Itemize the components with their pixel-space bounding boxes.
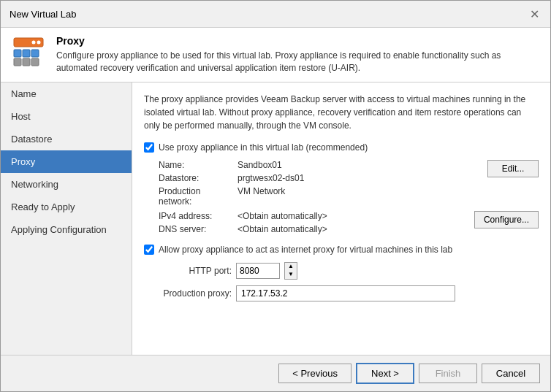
svg-point-1 — [37, 41, 41, 45]
dialog: New Virtual Lab ✕ Proxy Configure proxy — [0, 0, 551, 392]
close-button[interactable]: ✕ — [527, 7, 542, 21]
port-decrement-button[interactable]: ▼ — [285, 271, 297, 279]
port-increment-button[interactable]: ▲ — [285, 263, 297, 271]
dialog-title: New Virtual Lab — [10, 9, 77, 20]
sidebar-item-ready-to-apply[interactable]: Ready to Apply — [1, 196, 132, 218]
ipv4-value: <Obtain automatically> — [238, 211, 468, 221]
dns-value: <Obtain automatically> — [238, 224, 468, 234]
sidebar-item-applying-configuration[interactable]: Applying Configuration — [1, 218, 132, 241]
port-spinner: ▲ ▼ — [284, 262, 297, 280]
production-proxy-row: Production proxy: — [159, 285, 539, 301]
allow-proxy-section: Allow proxy appliance to act as internet… — [144, 245, 539, 301]
next-button[interactable]: Next > — [356, 363, 414, 384]
svg-rect-4 — [23, 50, 30, 57]
header-text: Proxy Configure proxy appliance to be us… — [56, 35, 540, 74]
svg-rect-5 — [31, 50, 39, 57]
production-proxy-label: Production proxy: — [159, 288, 232, 299]
ipv4-label: IPv4 address: — [159, 211, 232, 221]
header-section: Proxy Configure proxy appliance to be us… — [1, 28, 550, 82]
footer: < Previous Next > Finish Cancel — [1, 355, 550, 391]
title-bar: New Virtual Lab ✕ — [1, 1, 550, 28]
production-proxy-input[interactable] — [236, 285, 455, 301]
http-port-label: HTTP port: — [159, 266, 232, 276]
svg-rect-6 — [14, 58, 21, 66]
production-network-label: Production network: — [159, 186, 232, 207]
sidebar-item-networking[interactable]: Networking — [1, 173, 132, 196]
production-network-value: VM Network — [238, 186, 482, 207]
configure-button[interactable]: Configure... — [474, 211, 539, 228]
network-info-grid: IPv4 address: <Obtain automatically> DNS… — [159, 211, 468, 234]
use-proxy-row: Use proxy appliance in this virtual lab … — [144, 142, 539, 153]
allow-proxy-label: Allow proxy appliance to act as internet… — [159, 245, 452, 255]
sidebar-item-name[interactable]: Name — [1, 82, 132, 105]
main-content: The proxy appliance provides Veeam Backu… — [132, 82, 550, 355]
header-title: Proxy — [56, 35, 540, 47]
header-description: Configure proxy appliance to be used for… — [56, 50, 540, 74]
sidebar-item-proxy[interactable]: Proxy — [1, 150, 132, 173]
allow-proxy-checkbox[interactable] — [144, 245, 154, 255]
name-value: Sandbox01 — [238, 160, 482, 170]
name-label: Name: — [159, 160, 232, 170]
use-proxy-checkbox[interactable] — [144, 142, 154, 153]
configure-section: IPv4 address: <Obtain automatically> DNS… — [144, 211, 539, 234]
svg-rect-3 — [14, 50, 21, 57]
proxy-info-grid: Name: Sandbox01 Datastore: prgtwesx02-ds… — [159, 160, 482, 207]
http-port-row: HTTP port: ▲ ▼ — [159, 262, 539, 280]
allow-proxy-row: Allow proxy appliance to act as internet… — [144, 245, 539, 255]
svg-point-2 — [32, 41, 36, 45]
previous-button[interactable]: < Previous — [278, 364, 352, 383]
svg-rect-8 — [31, 58, 39, 66]
sidebar: Name Host Datastore Proxy Networking Rea… — [1, 82, 132, 355]
http-port-input[interactable] — [236, 263, 280, 279]
edit-button[interactable]: Edit... — [487, 160, 539, 177]
sidebar-item-datastore[interactable]: Datastore — [1, 128, 132, 150]
dns-label: DNS server: — [159, 224, 232, 234]
finish-button[interactable]: Finish — [419, 364, 477, 383]
svg-rect-7 — [23, 58, 30, 66]
proxy-icon — [11, 35, 46, 70]
sidebar-item-host[interactable]: Host — [1, 105, 132, 128]
edit-section: Name: Sandbox01 Datastore: prgtwesx02-ds… — [144, 160, 539, 207]
cancel-button[interactable]: Cancel — [482, 364, 540, 383]
datastore-value: prgtwesx02-ds01 — [238, 173, 482, 183]
datastore-label: Datastore: — [159, 173, 232, 183]
info-text: The proxy appliance provides Veeam Backu… — [144, 93, 539, 132]
use-proxy-label: Use proxy appliance in this virtual lab … — [159, 142, 368, 153]
body-section: Name Host Datastore Proxy Networking Rea… — [1, 82, 550, 355]
